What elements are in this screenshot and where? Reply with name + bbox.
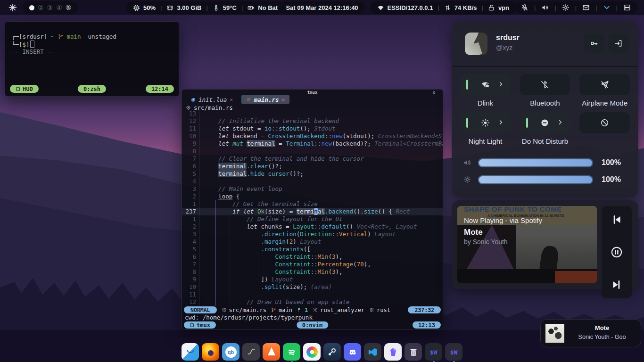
code-line[interactable]: 11 let stdout = io::stdout(); Stdout: [182, 125, 443, 132]
code-line[interactable]: 4 .margin(2) Layout: [182, 238, 443, 246]
speaker-slider[interactable]: [478, 158, 593, 167]
tmux-time: 12:13: [413, 321, 441, 329]
dock-item-firefox[interactable]: [202, 343, 219, 361]
dock-item-spotify[interactable]: [283, 343, 300, 361]
workspace-2[interactable]: ②: [38, 4, 44, 11]
code-line-current[interactable]: 237 if let Ok(size) = terminal.backend()…: [182, 208, 443, 215]
tmux-status-left[interactable]: HUD: [10, 85, 39, 93]
dock-item-vlc[interactable]: [263, 343, 280, 361]
code-line[interactable]: 3 // Main event loop: [182, 185, 443, 193]
tmux-window-name[interactable]: 0:zsh: [78, 85, 106, 93]
code-line[interactable]: 2 loop {: [182, 193, 443, 200]
code-line[interactable]: 1 // Define layout for the UI: [182, 215, 443, 223]
notification-popup[interactable]: Mote Sonic Youth - Goo: [540, 319, 641, 347]
dock-item-qbittorrent[interactable]: qb: [222, 343, 239, 361]
sliders: 100%100%: [463, 157, 627, 191]
speaker-icon[interactable]: [541, 4, 549, 11]
code-line[interactable]: 4: [182, 178, 443, 185]
code-line[interactable]: 1 // Get the terminal size: [182, 200, 443, 208]
code-line[interactable]: 3 .direction(Direction::Vertical) Layout: [182, 230, 443, 238]
mic-off-icon[interactable]: [521, 4, 528, 11]
toggle-night-light[interactable]: [460, 112, 511, 133]
logout-button[interactable]: [608, 33, 629, 53]
line-number: 11: [182, 125, 199, 132]
bluetooth-off-icon: [540, 80, 549, 89]
code-line[interactable]: 7 // Clear the terminal and hide the cur…: [182, 155, 443, 163]
indent-guide: [258, 253, 258, 276]
code-line[interactable]: 12 // Draw UI based on app state: [182, 298, 443, 306]
dock-item-dollar-w-1[interactable]: $W: [425, 343, 442, 361]
toggle-airplane-mode[interactable]: [579, 74, 630, 95]
chevron-right-icon[interactable]: [557, 119, 563, 125]
mail-icon[interactable]: [582, 4, 590, 11]
editor-window[interactable]: tmux x init.lua×main.rs× src/main.rs 131…: [182, 89, 443, 329]
tmux-session[interactable]: tmux: [184, 321, 216, 329]
clock[interactable]: Sat 09 Mar 2024 12:16:40: [279, 1, 364, 14]
workspace-4[interactable]: ④: [56, 4, 62, 11]
temperature-icon: [213, 4, 220, 11]
code-line[interactable]: 6 Constraint::Min(3),: [182, 253, 443, 261]
chevron-down-icon[interactable]: [603, 4, 611, 11]
chevron-right-icon[interactable]: [498, 81, 504, 87]
cpu-icon: [133, 4, 140, 11]
dock-item-photos[interactable]: [303, 343, 321, 361]
pause-button[interactable]: [611, 246, 623, 258]
code-line[interactable]: 12 // Initialize the terminal backend: [182, 117, 443, 125]
avatar: [465, 33, 487, 55]
dock: qb$W$W: [182, 343, 462, 361]
toggle-blocked[interactable]: [579, 112, 630, 133]
code-line[interactable]: 13: [182, 110, 443, 117]
window-close-button[interactable]: x: [433, 90, 435, 95]
tab-close-icon[interactable]: ×: [282, 97, 285, 103]
toggle-do-not-disturb[interactable]: [520, 112, 570, 133]
toggle-dlink[interactable]: [460, 74, 511, 95]
dock-item-dark-swirl[interactable]: [242, 343, 260, 361]
tab-init.lua[interactable]: init.lua×: [186, 95, 238, 104]
keys-button[interactable]: [584, 33, 604, 53]
code-line[interactable]: 8 Constraint::Min(3),: [182, 268, 443, 276]
spotify-icon: [286, 346, 297, 358]
code-line[interactable]: 2 let chunks = Layout::default() Vec<Rec…: [182, 223, 443, 230]
code-line[interactable]: 6 terminal.clear()?;: [182, 163, 443, 170]
previous-track-button[interactable]: [611, 214, 623, 226]
album-art: SHAPE OF PUNK TO COMEA CHIMERICAL BOMBIN…: [457, 206, 597, 283]
code-line[interactable]: 10 let backend = CrosstermBackend::new(s…: [182, 132, 443, 140]
terminal-window[interactable]: ┌─[srdusr] ~ main -unstaged └─[$] -- INS…: [5, 21, 179, 97]
dock-item-dollar-w-2[interactable]: $W: [445, 343, 462, 361]
code-line[interactable]: 9 ]) Layout: [182, 276, 443, 283]
line-number: 6: [182, 253, 199, 261]
dock-item-trash[interactable]: [405, 343, 422, 361]
brightness-slider[interactable]: [478, 175, 593, 184]
tmux-window[interactable]: 0:nvim: [297, 321, 328, 329]
line-number: 6: [182, 163, 199, 170]
code-line[interactable]: 10 .split(size); (area): [182, 283, 443, 291]
next-track-button[interactable]: [611, 279, 623, 291]
workspace-5[interactable]: ⑤: [66, 4, 72, 11]
code-line[interactable]: 11: [182, 291, 443, 298]
code-line[interactable]: 7 Constraint::Percentage(70),: [182, 261, 443, 268]
gear-icon[interactable]: [562, 4, 570, 11]
vim-mode-pill: NORMAL: [184, 306, 217, 313]
tab-main.rs[interactable]: main.rs×: [241, 95, 289, 104]
workspace-3[interactable]: ③: [47, 4, 53, 11]
distro-logo-icon[interactable]: [8, 3, 17, 12]
dock-item-discord[interactable]: [344, 343, 361, 361]
code-line[interactable]: 8: [182, 148, 443, 155]
code-line[interactable]: 9 let mut terminal = Terminal::new(backe…: [182, 140, 443, 148]
toggle-bluetooth[interactable]: [520, 74, 570, 95]
workspace-switcher[interactable]: ②③④⑤: [23, 1, 78, 14]
dock-item-vscode[interactable]: [364, 343, 381, 361]
dock-item-obsidian[interactable]: [384, 343, 402, 361]
tab-close-icon[interactable]: ×: [230, 97, 233, 103]
stack-icon[interactable]: [623, 4, 631, 11]
dock-item-steam[interactable]: [323, 343, 341, 361]
code-line[interactable]: 5 .constraints([: [182, 246, 443, 253]
system-tray: |||||: [514, 1, 637, 14]
statusline-branch-icon: [271, 307, 276, 313]
network-status[interactable]: ESSID/127.0.0.1 | 74 KB/s | vpn: [371, 1, 516, 14]
workspace-1[interactable]: [29, 5, 34, 10]
code-line[interactable]: 5 terminal.hide_cursor()?;: [182, 170, 443, 178]
dock-item-file-manager[interactable]: [182, 343, 199, 361]
chevron-right-icon[interactable]: [498, 119, 504, 125]
code-area[interactable]: 1312 // Initialize the terminal backend1…: [182, 110, 443, 306]
